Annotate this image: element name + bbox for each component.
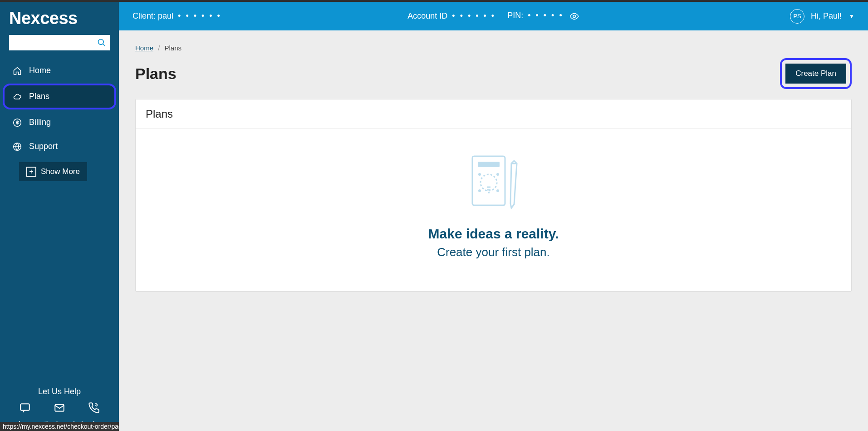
svg-rect-8	[478, 162, 500, 167]
status-bar-url: https://my.nexcess.net/checkout-order/pa…	[0, 422, 138, 431]
sidebar-item-home[interactable]: Home	[3, 59, 116, 82]
breadcrumb: Home / Plans	[135, 44, 852, 52]
user-menu[interactable]: PS Hi, Paul! ▼	[790, 9, 854, 24]
svg-point-6	[573, 15, 576, 18]
show-more-button[interactable]: + Show More	[19, 162, 87, 181]
create-plan-button[interactable]: Create Plan	[785, 64, 846, 84]
search-input[interactable]	[13, 39, 97, 46]
topbar: Client: paul • • • • • • Account ID • • …	[119, 2, 868, 30]
client-mask: • • • • • •	[178, 11, 221, 20]
svg-point-10	[478, 173, 481, 176]
sidebar-item-label: Support	[29, 142, 58, 151]
sidebar: Nexcess Home Plans Billing Support + Sho…	[0, 2, 119, 431]
cloud-icon	[13, 92, 22, 101]
search-icon	[97, 38, 106, 47]
svg-line-1	[103, 44, 105, 46]
plans-card: Plans Make ideas a reality. Create your …	[135, 99, 852, 292]
sidebar-item-support[interactable]: Support	[3, 135, 116, 158]
eye-icon[interactable]	[569, 11, 579, 21]
client-info: Client: paul • • • • • •	[132, 11, 221, 21]
empty-state-subtitle: Create your first plan.	[145, 245, 842, 259]
page-title: Plans	[135, 65, 177, 83]
svg-point-12	[478, 189, 481, 192]
account-id: Account ID • • • • • •	[407, 11, 495, 21]
chevron-down-icon: ▼	[849, 13, 854, 20]
sidebar-item-label: Home	[29, 66, 51, 75]
idea-illustration-icon	[464, 152, 523, 211]
help-title: Let Us Help	[5, 387, 114, 396]
svg-point-11	[496, 173, 499, 176]
sidebar-item-label: Plans	[29, 92, 49, 101]
sidebar-item-billing[interactable]: Billing	[3, 111, 116, 134]
sidebar-item-plans[interactable]: Plans	[3, 84, 116, 109]
create-plan-highlight: Create Plan	[780, 58, 852, 89]
plus-icon: +	[26, 167, 36, 177]
avatar: PS	[790, 9, 804, 24]
pin: PIN: • • • • •	[507, 11, 579, 21]
home-icon	[13, 66, 22, 75]
main-content: Home / Plans Plans Create Plan Plans Ma	[119, 30, 868, 431]
svg-point-13	[496, 189, 499, 192]
globe-icon	[13, 142, 22, 151]
dollar-icon	[13, 118, 22, 127]
logo: Nexcess	[0, 2, 119, 33]
svg-point-0	[98, 40, 104, 45]
breadcrumb-current: Plans	[165, 44, 182, 52]
mail-icon[interactable]	[54, 402, 65, 414]
sidebar-item-label: Billing	[29, 118, 51, 127]
search-box[interactable]	[9, 35, 110, 50]
breadcrumb-home[interactable]: Home	[135, 44, 153, 52]
chat-icon[interactable]	[19, 402, 31, 414]
empty-state-title: Make ideas a reality.	[145, 226, 842, 242]
card-header: Plans	[136, 99, 851, 129]
phone-icon[interactable]	[88, 402, 100, 414]
client-label: Client: paul	[132, 11, 173, 20]
show-more-label: Show More	[41, 167, 80, 176]
greeting: Hi, Paul!	[811, 11, 842, 21]
